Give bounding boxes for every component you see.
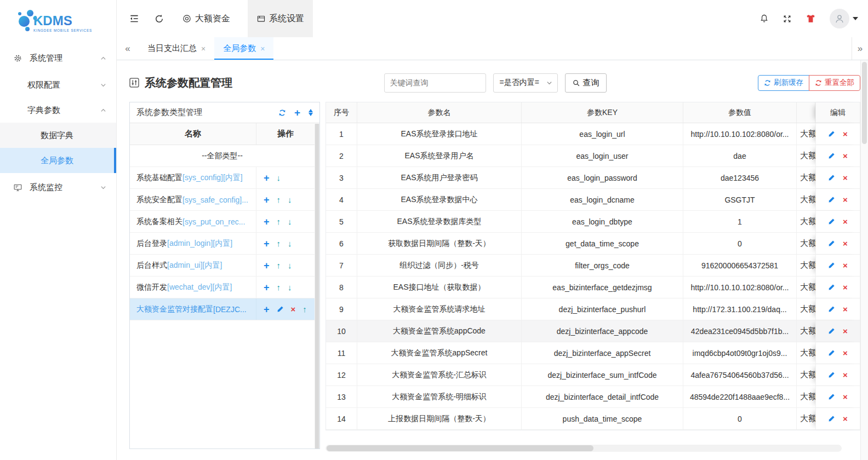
type-row[interactable]: 大额资金监管对接配置[DEZJC...+×↑ bbox=[130, 298, 315, 320]
delete-x-icon[interactable]: × bbox=[843, 305, 848, 313]
edit-pencil-icon[interactable] bbox=[828, 349, 835, 357]
sidebar-item-data-dictionary[interactable]: 数据字典 bbox=[0, 123, 116, 148]
sidebar-item-label: 字典参数 bbox=[27, 105, 60, 116]
edit-pencil-icon[interactable] bbox=[277, 306, 284, 313]
sidebar-item-system-management[interactable]: 系统管理 bbox=[0, 44, 116, 72]
user-menu[interactable] bbox=[830, 9, 858, 28]
keyword-search-input[interactable] bbox=[384, 73, 486, 93]
edit-pencil-icon[interactable] bbox=[828, 262, 835, 269]
tabs-collapse-button[interactable]: « bbox=[117, 37, 139, 60]
edit-pencil-icon[interactable] bbox=[828, 393, 835, 400]
param-key-cell: dezj_bizinterface_detail_intfCode bbox=[522, 386, 683, 407]
edit-pencil-icon[interactable] bbox=[828, 371, 835, 378]
move-up-icon[interactable]: ↑ bbox=[277, 261, 281, 269]
move-down-icon[interactable]: ↓ bbox=[288, 261, 292, 269]
tabs-expand-button[interactable]: » bbox=[852, 37, 868, 60]
type-row[interactable]: 后台样式[admin_ui][内置]+↑↓ bbox=[130, 255, 315, 277]
query-button[interactable]: 查询 bbox=[565, 73, 607, 93]
add-icon[interactable]: + bbox=[264, 261, 270, 271]
topbar: 大额资金 系统设置 bbox=[117, 0, 868, 37]
main-area: 大额资金 系统设置 bbox=[117, 0, 868, 460]
add-icon[interactable]: + bbox=[264, 217, 270, 227]
delete-x-icon[interactable]: × bbox=[843, 327, 848, 335]
move-up-icon[interactable]: ↑ bbox=[302, 305, 307, 313]
edit-pencil-icon[interactable] bbox=[828, 284, 835, 291]
type-panel-scrollbar[interactable] bbox=[315, 124, 319, 449]
add-icon[interactable]: + bbox=[264, 304, 270, 314]
move-down-icon[interactable]: ↓ bbox=[288, 217, 292, 226]
refresh-cache-button[interactable]: 刷新缓存 bbox=[758, 75, 809, 91]
delete-x-icon[interactable]: × bbox=[843, 196, 848, 204]
move-down-icon[interactable]: ↓ bbox=[288, 283, 292, 291]
edit-pencil-icon[interactable] bbox=[828, 415, 835, 422]
edit-pencil-icon[interactable] bbox=[828, 130, 835, 137]
close-icon[interactable]: × bbox=[201, 44, 205, 53]
delete-x-icon[interactable]: × bbox=[843, 415, 848, 423]
seq-cell: 9 bbox=[326, 298, 357, 320]
edit-pencil-icon[interactable] bbox=[828, 196, 835, 203]
delete-x-icon[interactable]: × bbox=[843, 239, 848, 248]
page-vertical-scrollbar[interactable] bbox=[860, 60, 868, 460]
edit-pencil-icon[interactable] bbox=[828, 152, 835, 159]
delete-x-icon[interactable]: × bbox=[291, 305, 296, 313]
delete-x-icon[interactable]: × bbox=[843, 393, 848, 401]
edit-pencil-icon[interactable] bbox=[828, 240, 835, 247]
param-type-cell: 大额 bbox=[797, 145, 815, 166]
edit-pencil-icon[interactable] bbox=[828, 174, 835, 181]
delete-x-icon[interactable]: × bbox=[843, 283, 848, 291]
module-daezijin[interactable]: 大额资金 bbox=[179, 0, 233, 37]
delete-x-icon[interactable]: × bbox=[843, 371, 848, 379]
sidebar-item-permission-config[interactable]: 权限配置 bbox=[0, 72, 116, 97]
fullscreen-icon[interactable] bbox=[783, 14, 792, 24]
sidebar-item-system-monitor[interactable]: 系统监控 bbox=[0, 173, 116, 202]
bell-icon[interactable] bbox=[759, 13, 769, 24]
all-types-row[interactable]: --全部类型-- bbox=[130, 145, 315, 167]
param-value-cell: 1 bbox=[683, 211, 797, 232]
theme-tshirt-icon[interactable] bbox=[805, 13, 816, 24]
add-icon[interactable]: + bbox=[264, 239, 270, 249]
edit-pencil-icon[interactable] bbox=[828, 327, 835, 335]
type-row[interactable]: 系统安全配置[sys_safe_config]...+↑↓ bbox=[130, 189, 315, 211]
edit-cell: × bbox=[815, 386, 860, 407]
sidebar-item-global-params[interactable]: 全局参数 bbox=[0, 148, 116, 173]
move-up-icon[interactable]: ↑ bbox=[277, 196, 281, 204]
move-down-icon[interactable]: ↓ bbox=[288, 196, 292, 204]
module-system-settings[interactable]: 系统设置 bbox=[248, 0, 313, 37]
builtin-filter-select[interactable]: =是否内置= bbox=[493, 73, 558, 93]
column-seq: 序号 bbox=[326, 102, 357, 123]
column-value: 参数值 bbox=[683, 102, 797, 123]
refresh-icon[interactable] bbox=[154, 14, 164, 24]
type-row[interactable]: 系统备案相关[sys_put_on_rec...+↑↓ bbox=[130, 211, 315, 233]
menu-fold-icon[interactable] bbox=[129, 13, 140, 24]
tab-daily-expense[interactable]: 当日支出汇总 × bbox=[139, 37, 214, 60]
type-row[interactable]: 后台登录[admin_login][内置]+↑↓ bbox=[130, 233, 315, 255]
move-down-icon[interactable]: ↓ bbox=[277, 174, 281, 182]
param-row: 9大额资金监管系统请求地址dezj_bizinterface_pushurlht… bbox=[326, 298, 860, 320]
move-up-icon[interactable]: ↑ bbox=[277, 217, 281, 226]
edit-pencil-icon[interactable] bbox=[828, 306, 835, 313]
add-icon[interactable]: + bbox=[264, 173, 270, 183]
move-up-icon[interactable]: ↑ bbox=[277, 239, 281, 248]
refresh-icon[interactable] bbox=[278, 109, 286, 117]
edit-pencil-icon[interactable] bbox=[828, 218, 835, 225]
delete-x-icon[interactable]: × bbox=[843, 349, 848, 357]
reset-all-button[interactable]: 重置全部 bbox=[809, 75, 860, 91]
delete-x-icon[interactable]: × bbox=[843, 261, 848, 269]
add-type-icon[interactable]: + bbox=[294, 107, 300, 118]
delete-x-icon[interactable]: × bbox=[843, 174, 848, 182]
brand-logo[interactable]: KDMS KINGDEE MOBILE SERVICES bbox=[0, 0, 116, 44]
move-down-icon[interactable]: ↓ bbox=[288, 239, 292, 248]
type-row[interactable]: 系统基础配置[sys_config][内置]+↓ bbox=[130, 167, 315, 189]
sidebar-item-dict-params[interactable]: 字典参数 bbox=[0, 97, 116, 123]
delete-x-icon[interactable]: × bbox=[843, 217, 848, 226]
add-icon[interactable]: + bbox=[264, 283, 270, 292]
sort-icon[interactable] bbox=[309, 109, 313, 116]
delete-x-icon[interactable]: × bbox=[843, 130, 848, 138]
add-icon[interactable]: + bbox=[264, 195, 270, 205]
delete-x-icon[interactable]: × bbox=[843, 152, 848, 160]
horizontal-scrollbar[interactable] bbox=[326, 445, 842, 452]
close-icon[interactable]: × bbox=[260, 44, 265, 53]
tab-global-params[interactable]: 全局参数 × bbox=[214, 37, 273, 60]
type-row[interactable]: 微信开发[wechat_dev][内置]+↑↓ bbox=[130, 277, 315, 298]
move-up-icon[interactable]: ↑ bbox=[277, 283, 281, 291]
